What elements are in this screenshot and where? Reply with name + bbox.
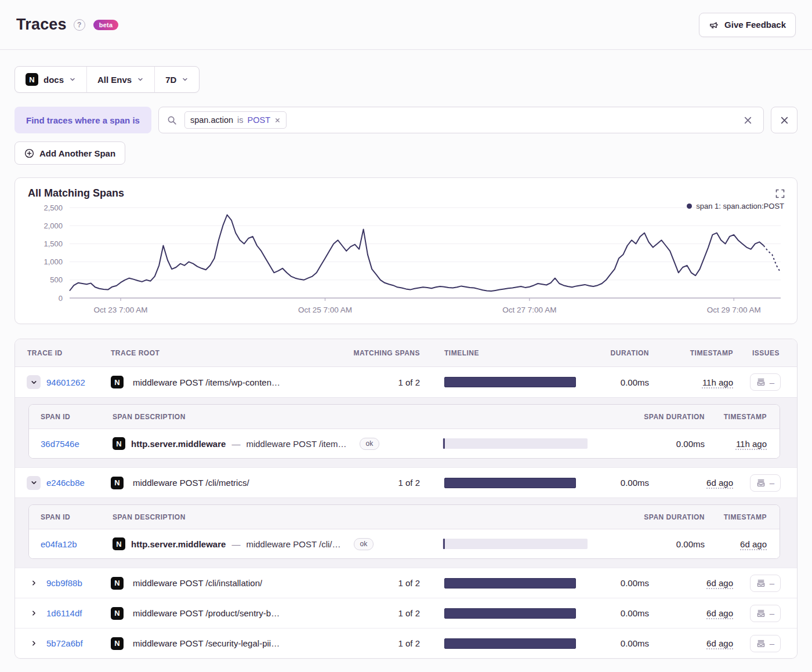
trace-id-link[interactable]: 1d6114df [46,608,82,618]
col-span-timestamp: TIMESTAMP [705,513,767,521]
give-feedback-button[interactable]: Give Feedback [699,13,796,37]
trace-id-link[interactable]: e246cb8e [46,478,85,488]
span-id-link[interactable]: e04fa12b [41,539,77,549]
matching-spans-chart-card: All Matching Spans span 1: span.action:P… [14,177,798,324]
environment-filter-dropdown[interactable]: All Envs [86,67,154,92]
add-another-span-label: Add Another Span [39,148,115,158]
col-span-duration: SPAN DURATION [588,413,705,421]
trace-id-link[interactable]: 5b72a6bf [46,638,83,648]
timestamp-value[interactable]: 6d ago [706,578,733,588]
chevron-down-icon [182,76,188,83]
col-span-id: SPAN ID [41,513,113,521]
give-feedback-label: Give Feedback [724,20,786,30]
span-description-label: middleware POST /cli/… [246,539,340,549]
span-id-link[interactable]: 36d7546e [41,439,79,449]
span-timestamp-value[interactable]: 11h ago [736,439,767,449]
timeline-bar [444,377,576,387]
legend-label: span 1: span.action:POST [696,202,784,210]
svg-text:500: 500 [50,275,63,284]
span-search-input[interactable]: span.action is POST [158,107,764,133]
timestamp-value[interactable]: 6d ago [706,478,733,488]
expand-chevron-button[interactable] [27,637,41,651]
expanded-spans-section: SPAN ID SPAN DESCRIPTION SPAN DURATION T… [15,497,797,568]
span-table-header: SPAN ID SPAN DESCRIPTION SPAN DURATION T… [29,505,780,529]
clear-search-button[interactable] [741,113,755,128]
issues-button[interactable]: – [750,474,781,492]
timeline-bar [444,478,576,488]
col-span-timestamp: TIMESTAMP [705,413,767,421]
col-timeline: TIMELINE [420,349,589,357]
col-trace-root: TRACE ROOT [111,349,327,357]
issues-count: – [770,638,774,648]
trace-id-link[interactable]: 94601262 [46,377,85,387]
add-another-span-button[interactable]: Add Another Span [14,141,125,165]
page-title: Traces [16,16,67,34]
token-key: span.action [190,115,233,125]
separator: — [231,439,240,449]
svg-text:Oct 25 7:00 AM: Oct 25 7:00 AM [298,306,352,314]
span-op-label: http.server.middleware [131,439,226,449]
timestamp-value[interactable]: 6d ago [706,638,733,648]
span-status-badge: ok [360,438,380,450]
filter-token[interactable]: span.action is POST [184,111,287,129]
span-description-label: middleware POST /item… [246,439,346,449]
col-span-description: SPAN DESCRIPTION [113,513,443,521]
date-range-dropdown[interactable]: 7D [154,67,199,92]
expand-chart-button[interactable] [773,187,787,201]
span-status-badge: ok [354,538,374,550]
issues-button[interactable]: – [750,605,781,622]
filter-bar: N docs All Envs 7D [14,66,200,93]
nextjs-logo-icon: N [111,376,124,388]
expand-chevron-button[interactable] [27,606,41,620]
timeline-bar [444,608,576,619]
separator: — [231,539,240,549]
timestamp-value[interactable]: 6d ago [706,608,733,618]
col-span-duration: SPAN DURATION [588,513,705,521]
table-row: e246cb8e N middleware POST /cli/metrics/… [15,467,797,497]
expand-chevron-button[interactable] [27,576,41,590]
issues-button[interactable]: – [750,373,781,391]
token-operator: is [237,115,243,125]
project-filter-label: docs [44,75,64,85]
col-matching-spans: MATCHING SPANS [327,349,420,357]
svg-text:Oct 27 7:00 AM: Oct 27 7:00 AM [502,306,556,314]
col-duration: DURATION [589,349,649,357]
col-span-id: SPAN ID [41,413,113,421]
trace-root-label: middleware POST /cli/installation/ [133,578,262,588]
issues-button[interactable]: – [750,575,781,592]
matching-spans-count: 1 of 2 [327,377,420,387]
issues-count: – [770,578,774,588]
duration-value: 0.00ms [589,478,649,488]
query-builder-row: Find traces where a span is span.action … [14,107,798,133]
issues-button[interactable]: – [750,635,781,652]
col-timestamp: TIMESTAMP [649,349,733,357]
duration-value: 0.00ms [589,578,649,588]
token-remove-icon[interactable] [274,117,281,123]
beta-badge: beta [93,20,118,30]
svg-text:2,000: 2,000 [44,221,63,230]
span-table: SPAN ID SPAN DESCRIPTION SPAN DURATION T… [28,504,780,559]
table-row: 1d6114df N middleware POST /product/sent… [15,598,797,628]
matching-spans-count: 1 of 2 [327,478,420,488]
page-header: Traces ? beta Give Feedback [0,0,812,50]
expand-chevron-button[interactable] [27,476,41,490]
expand-chevron-button[interactable] [27,375,41,389]
spans-line-chart[interactable]: 05001,0001,5002,0002,500Oct 23 7:00 AMOc… [28,202,784,321]
chart-legend: span 1: span.action:POST [687,202,784,210]
col-span-description: SPAN DESCRIPTION [113,413,443,421]
span-duration-value: 0.00ms [588,539,705,549]
help-icon[interactable]: ? [74,19,85,31]
project-filter-dropdown[interactable]: N docs [15,67,86,92]
duration-value: 0.00ms [589,608,649,618]
timestamp-value[interactable]: 11h ago [702,377,733,387]
plus-circle-icon [24,148,34,158]
expanded-spans-section: SPAN ID SPAN DESCRIPTION SPAN DURATION T… [15,397,797,467]
span-timestamp-value[interactable]: 6d ago [740,539,767,549]
trace-root-label: middleware POST /product/sentry-b… [133,608,280,618]
trace-id-link[interactable]: 9cb9f88b [46,578,82,588]
issues-count: – [770,608,774,618]
remove-span-row-button[interactable] [771,107,798,133]
chart-title: All Matching Spans [28,187,784,199]
span-duration-value: 0.00ms [588,439,705,449]
svg-text:1,500: 1,500 [44,239,63,248]
